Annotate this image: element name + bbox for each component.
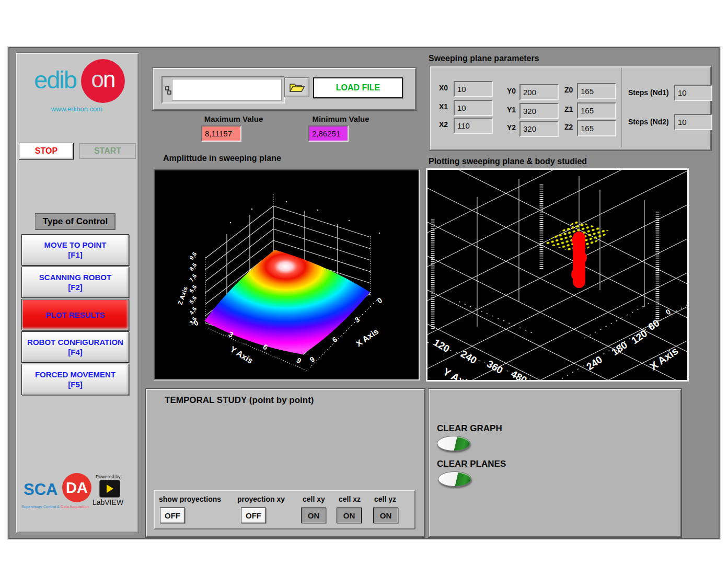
z1-field[interactable]: 165 [577,102,616,119]
sidebar: edib on www.edibon.com STOP START Type o… [16,52,139,533]
sweep-params-panel: X0 10 X1 10 X2 110 Y0 200 Y1 320 Y2 320 … [430,66,711,151]
file-path-control [161,76,285,103]
powered-by-label: Powered by: [96,474,122,479]
amplitude-3d-plot: 9,6 8,6 7,6 6,6 5,6 4,6 3,6 Z Axis 0 3 6… [154,169,420,381]
plotting-3d-plot: 120 240 360 480 Y Axis 0 60 120 180 240 … [426,168,689,382]
amplitude-surface-chart: 9,6 8,6 7,6 6,6 5,6 4,6 3,6 Z Axis 0 3 6… [155,170,419,379]
browse-folder-button[interactable] [284,77,309,97]
y-tick: 240 [459,348,479,366]
z-axis-label: Z Axis [177,285,189,305]
robot-configuration-button[interactable]: ROBOT CONFIGURATION [F4] [21,331,129,363]
x-tick: 6 [331,335,339,344]
x-tick: 120 [629,328,649,346]
z-tick: 9,6 [188,251,198,261]
x-tick: 0 [376,296,384,305]
x1-field[interactable]: 10 [454,100,493,116]
scada-logo-circle: DA [62,473,91,502]
x-tick: 9 [308,355,317,364]
cell-xy-label: cell xy [303,495,325,503]
clear-planes-button[interactable] [438,471,471,487]
z-tick: 4,6 [188,306,198,316]
folder-icon [289,82,305,93]
x1-label: X1 [439,102,448,111]
cell-xz-label: cell xz [339,495,361,503]
y1-field[interactable]: 320 [519,103,559,119]
x-axis-label: X Axis [354,327,380,349]
z1-label: Z1 [564,105,573,113]
edibon-logo-text: edib [34,65,76,94]
cell-xz-toggle[interactable]: ON [337,508,362,523]
z-tick: 7,6 [188,273,198,283]
z-tick: 5,6 [188,295,198,305]
scanning-robot-button[interactable]: SCANNING ROBOT [F2] [21,267,129,298]
z-tick: 8,6 [188,262,198,272]
z0-field[interactable]: 165 [577,83,616,99]
x2-field[interactable]: 110 [454,118,493,134]
steps-nd2-field[interactable]: 10 [674,114,712,130]
plot-results-button[interactable]: PLOT RESULTS [21,299,129,330]
x-tick: 3 [353,315,362,325]
move-to-point-button[interactable]: MOVE TO POINT [F1] [21,234,129,266]
clear-planes-label: CLEAR PLANES [437,459,506,469]
type-of-control-label: Type of Control [35,213,115,230]
origin-tick: 0 [192,318,200,328]
edibon-logo-circle: on [81,59,125,103]
y0-field[interactable]: 200 [519,84,559,100]
path-icon [165,86,172,95]
sweep-params-title: Sweeping plane parameters [429,54,539,63]
rainbow-surface [204,250,370,354]
plotting-chart: 120 240 360 480 Y Axis 0 60 120 180 240 … [427,170,687,380]
temporal-study-title: TEMPORAL STUDY (point by point) [165,395,314,406]
file-path-input[interactable] [172,79,282,101]
clear-graph-button[interactable] [437,436,470,451]
y2-field[interactable]: 320 [519,121,559,137]
floor-dashes [427,302,687,380]
perspective-grid [427,170,687,380]
y1-label: Y1 [507,106,516,114]
proyection-xy-label: proyection xy [237,495,285,503]
z-tick: 6,6 [188,284,198,294]
x-tick: 180 [609,339,629,358]
x2-label: X2 [439,120,448,129]
toggle-bar: show proyections OFF proyection xy OFF c… [154,490,415,529]
load-file-button[interactable]: LOAD FILE [313,77,403,98]
y-tick: 9 [295,356,303,365]
cell-yz-toggle[interactable]: ON [373,508,398,523]
proyection-xy-toggle[interactable]: OFF [241,508,266,523]
file-loader-panel: LOAD FILE [153,68,416,110]
steps-nd1-label: Steps (Nd1) [628,88,669,97]
steps-nd1-field[interactable]: 10 [674,85,712,101]
maximum-value-indicator: 8,11157 [201,125,241,142]
show-proyections-toggle[interactable]: OFF [160,508,185,523]
cell-yz-label: cell yz [374,495,396,503]
body-studied [571,232,587,288]
clear-panel: CLEAR GRAPH CLEAR PLANES [429,389,681,537]
y-tick: 120 [432,337,452,354]
hatched-tick-bands [433,185,657,329]
x-axis-label: X Axis [648,345,680,373]
plotting-plot-title: Plotting sweeping plane & body studied [429,157,587,166]
steps-nd2-label: Steps (Nd2) [628,118,669,126]
temporal-study-panel: TEMPORAL STUDY (point by point) show pro… [146,389,425,537]
minimum-value-indicator: 2,86251 [308,125,349,142]
show-proyections-label: show proyections [159,495,221,503]
maximum-value-label: Maximum Value [189,114,278,123]
edibon-url: www.edibon.com [35,105,119,113]
main-window: edib on www.edibon.com STOP START Type o… [8,47,720,539]
z2-field[interactable]: 165 [577,120,616,136]
stop-button[interactable]: STOP [19,143,74,159]
x-tick: 60 [646,317,661,332]
x0-field[interactable]: 10 [454,81,493,97]
start-button[interactable]: START [79,143,136,159]
amplitude-plot-title: Amplittude in sweeping plane [163,154,281,163]
y2-label: Y2 [507,123,516,132]
forced-movement-button[interactable]: FORCED MOVEMENT [F5] [21,364,129,395]
labview-icon [100,480,120,497]
y-axis-label: Y Axis [441,365,474,380]
z2-label: Z2 [564,123,573,131]
z0-label: Z0 [564,86,573,94]
cell-xy-toggle[interactable]: ON [301,508,326,523]
y-axis-label: Y Axis [228,344,255,365]
x0-label: X0 [439,84,448,92]
minimum-value-label: Minimum Value [296,114,385,123]
